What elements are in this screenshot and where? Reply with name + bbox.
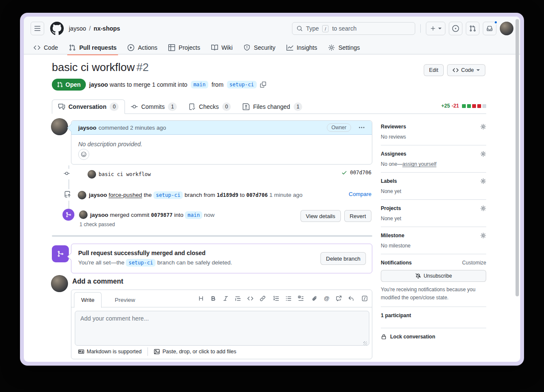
lock-conversation-button[interactable]: Lock conversation bbox=[381, 334, 486, 340]
unsubscribe-button[interactable]: Unsubscribe bbox=[381, 270, 486, 282]
tab-conversation[interactable]: Conversation 0 bbox=[52, 99, 125, 114]
composer-avatar[interactable] bbox=[51, 275, 68, 292]
bold-icon[interactable] bbox=[210, 295, 216, 301]
cross-reference-icon[interactable] bbox=[336, 295, 342, 301]
tab-checks[interactable]: Checks 0 bbox=[183, 99, 237, 114]
merge-check-status[interactable]: 1 check passed bbox=[79, 222, 115, 227]
italic-icon[interactable] bbox=[223, 295, 229, 301]
delete-branch-button[interactable]: Delete branch bbox=[320, 252, 366, 265]
mention-icon[interactable]: @ bbox=[324, 295, 329, 301]
pr-author-link[interactable]: jaysoo bbox=[89, 81, 108, 88]
link-icon[interactable] bbox=[260, 295, 266, 301]
base-branch-label[interactable]: main bbox=[191, 81, 208, 88]
assign-yourself-link[interactable]: assign yourself bbox=[402, 161, 436, 167]
banner-branch-label[interactable]: setup-ci bbox=[126, 259, 156, 267]
gear-icon[interactable] bbox=[480, 178, 486, 184]
scrollbar-thumb[interactable] bbox=[516, 19, 519, 296]
gear-icon[interactable] bbox=[480, 205, 486, 211]
tab-write[interactable]: Write bbox=[74, 292, 102, 308]
heading-icon[interactable] bbox=[198, 295, 204, 301]
merge-branch-label[interactable]: main bbox=[185, 211, 202, 219]
tab-commits[interactable]: Commits 1 bbox=[125, 99, 183, 114]
nav-item-security[interactable]: Security bbox=[240, 42, 279, 53]
pr-title: basic ci workflow#2 bbox=[52, 61, 149, 74]
commit-sha-link[interactable]: 007d706 bbox=[350, 170, 371, 176]
user-avatar[interactable] bbox=[500, 22, 513, 35]
diffstat: +25 -21 bbox=[441, 103, 486, 109]
search-input[interactable]: Type / to search bbox=[292, 22, 415, 35]
force-push-branch-label[interactable]: setup-ci bbox=[153, 191, 183, 199]
comment-meta[interactable]: commented 2 minutes ago bbox=[99, 125, 166, 131]
git-pull-request-icon bbox=[469, 25, 476, 32]
git-pull-request-icon bbox=[57, 82, 63, 88]
nav-item-code[interactable]: Code bbox=[30, 42, 61, 53]
nav-item-wiki[interactable]: Wiki bbox=[208, 42, 236, 53]
composer-tab-strip: Write Preview bbox=[71, 290, 372, 307]
unordered-list-icon[interactable] bbox=[286, 295, 292, 301]
breadcrumb-owner[interactable]: jaysoo bbox=[69, 25, 86, 32]
slash-commands-icon[interactable] bbox=[362, 295, 368, 301]
nav-item-projects[interactable]: Projects bbox=[165, 42, 204, 53]
force-push-verb[interactable]: force-pushed bbox=[109, 192, 142, 198]
paperclip-icon[interactable] bbox=[312, 295, 317, 301]
force-push-time[interactable]: 1 minute ago bbox=[269, 192, 303, 198]
tab-preview[interactable]: Preview bbox=[108, 292, 142, 308]
gear-icon[interactable] bbox=[480, 124, 486, 130]
breadcrumb-repo[interactable]: nx-shops bbox=[94, 25, 120, 32]
shield-icon bbox=[244, 44, 250, 51]
nav-item-actions[interactable]: Actions bbox=[124, 42, 161, 53]
compare-link[interactable]: Compare bbox=[349, 191, 371, 197]
quote-icon[interactable] bbox=[235, 295, 241, 301]
inbox-wrap bbox=[483, 22, 496, 35]
caret-down-icon bbox=[438, 28, 442, 29]
issues-button[interactable] bbox=[449, 22, 462, 35]
commit-author-avatar[interactable] bbox=[88, 170, 96, 179]
reply-icon[interactable] bbox=[348, 295, 354, 301]
force-push-avatar[interactable] bbox=[78, 191, 86, 199]
search-placeholder-pre: Type bbox=[306, 25, 319, 32]
github-logo-icon[interactable] bbox=[50, 22, 64, 35]
pull-requests-button[interactable] bbox=[466, 22, 479, 35]
merge-sha[interactable]: 0079877 bbox=[151, 212, 173, 218]
markdown-supported-link[interactable]: Markdown is supported bbox=[78, 349, 142, 355]
tasklist-icon[interactable] bbox=[298, 295, 304, 301]
kebab-menu-icon[interactable] bbox=[358, 124, 365, 131]
tab-files-changed[interactable]: Files changed 1 bbox=[237, 99, 308, 114]
pr-description-comment: jaysoo commented 2 minutes ago Owner No … bbox=[71, 120, 372, 165]
merge-time[interactable]: now bbox=[204, 212, 215, 218]
app-header: jaysoo / nx-shops Type / to search bbox=[24, 17, 520, 54]
comment-author-link[interactable]: jaysoo bbox=[78, 125, 96, 131]
merge-author[interactable]: jaysoo bbox=[90, 212, 108, 218]
code-dropdown-button[interactable]: Code bbox=[447, 64, 485, 76]
copy-icon[interactable] bbox=[260, 82, 266, 88]
head-branch-label[interactable]: setup-ci bbox=[227, 81, 257, 88]
ordered-list-icon[interactable] bbox=[273, 295, 279, 301]
gear-icon[interactable] bbox=[480, 151, 486, 157]
global-menu-button[interactable] bbox=[31, 22, 44, 35]
view-details-button[interactable]: View details bbox=[300, 210, 341, 222]
gear-icon[interactable] bbox=[480, 233, 486, 239]
attach-files-button[interactable]: Paste, drop, or click to add files bbox=[154, 349, 236, 355]
revert-button[interactable]: Revert bbox=[344, 210, 371, 222]
sidebar-section-labels: Labels None yet bbox=[381, 178, 486, 200]
sha-to: 007d706 bbox=[246, 192, 268, 198]
code-icon[interactable] bbox=[247, 295, 253, 301]
merge-author-avatar[interactable] bbox=[79, 210, 88, 219]
composer-toolbar: @ bbox=[198, 295, 368, 301]
nav-item-pull-requests[interactable]: Pull requests bbox=[65, 42, 120, 53]
checks-count: 0 bbox=[222, 102, 231, 111]
comment-author-avatar[interactable] bbox=[51, 118, 68, 135]
caret-down-icon bbox=[476, 69, 480, 71]
force-push-author[interactable]: jaysoo bbox=[89, 192, 107, 198]
commit-message-link[interactable]: basic ci workflow bbox=[99, 171, 151, 177]
nav-item-settings[interactable]: Settings bbox=[325, 42, 363, 53]
owner-badge[interactable]: Owner bbox=[327, 123, 351, 132]
create-new-button[interactable] bbox=[426, 22, 445, 35]
nav-item-insights[interactable]: Insights bbox=[283, 42, 320, 53]
comment-textarea[interactable] bbox=[75, 311, 369, 346]
issue-opened-icon bbox=[452, 25, 459, 32]
git-commit-icon bbox=[131, 103, 138, 110]
add-reaction-button[interactable] bbox=[78, 149, 89, 160]
edit-button[interactable]: Edit bbox=[424, 64, 444, 76]
customize-link[interactable]: Customize bbox=[462, 260, 486, 266]
